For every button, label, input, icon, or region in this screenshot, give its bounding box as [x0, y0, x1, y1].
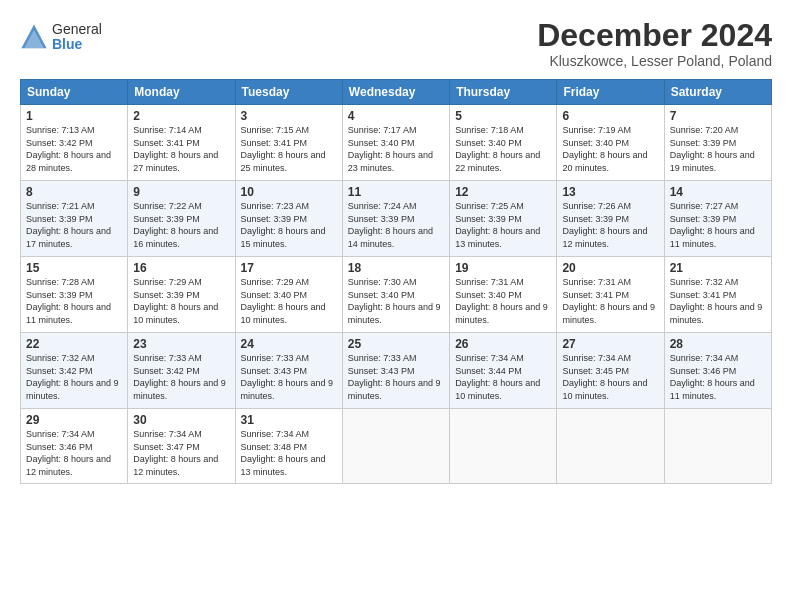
week-row-2: 8Sunrise: 7:21 AMSunset: 3:39 PMDaylight…	[21, 181, 772, 257]
day-info: Sunrise: 7:13 AMSunset: 3:42 PMDaylight:…	[26, 125, 111, 173]
week-row-5: 29Sunrise: 7:34 AMSunset: 3:46 PMDayligh…	[21, 409, 772, 483]
day-cell-7: 7Sunrise: 7:20 AMSunset: 3:39 PMDaylight…	[664, 105, 771, 181]
empty-cell	[342, 409, 449, 483]
day-info: Sunrise: 7:25 AMSunset: 3:39 PMDaylight:…	[455, 201, 540, 249]
day-cell-14: 14Sunrise: 7:27 AMSunset: 3:39 PMDayligh…	[664, 181, 771, 257]
day-info: Sunrise: 7:31 AMSunset: 3:41 PMDaylight:…	[562, 277, 655, 325]
logo: General Blue	[20, 22, 102, 53]
day-info: Sunrise: 7:32 AMSunset: 3:41 PMDaylight:…	[670, 277, 763, 325]
day-cell-13: 13Sunrise: 7:26 AMSunset: 3:39 PMDayligh…	[557, 181, 664, 257]
day-number: 28	[670, 337, 766, 351]
day-cell-28: 28Sunrise: 7:34 AMSunset: 3:46 PMDayligh…	[664, 333, 771, 409]
day-number: 9	[133, 185, 229, 199]
day-info: Sunrise: 7:14 AMSunset: 3:41 PMDaylight:…	[133, 125, 218, 173]
day-cell-12: 12Sunrise: 7:25 AMSunset: 3:39 PMDayligh…	[450, 181, 557, 257]
day-info: Sunrise: 7:20 AMSunset: 3:39 PMDaylight:…	[670, 125, 755, 173]
day-number: 24	[241, 337, 337, 351]
day-number: 1	[26, 109, 122, 123]
day-info: Sunrise: 7:34 AMSunset: 3:46 PMDaylight:…	[670, 353, 755, 401]
day-info: Sunrise: 7:31 AMSunset: 3:40 PMDaylight:…	[455, 277, 548, 325]
day-number: 5	[455, 109, 551, 123]
day-info: Sunrise: 7:28 AMSunset: 3:39 PMDaylight:…	[26, 277, 111, 325]
day-info: Sunrise: 7:30 AMSunset: 3:40 PMDaylight:…	[348, 277, 441, 325]
day-cell-11: 11Sunrise: 7:24 AMSunset: 3:39 PMDayligh…	[342, 181, 449, 257]
day-number: 12	[455, 185, 551, 199]
day-info: Sunrise: 7:34 AMSunset: 3:44 PMDaylight:…	[455, 353, 540, 401]
week-row-1: 1Sunrise: 7:13 AMSunset: 3:42 PMDaylight…	[21, 105, 772, 181]
day-info: Sunrise: 7:15 AMSunset: 3:41 PMDaylight:…	[241, 125, 326, 173]
day-info: Sunrise: 7:33 AMSunset: 3:43 PMDaylight:…	[348, 353, 441, 401]
header-monday: Monday	[128, 80, 235, 105]
day-info: Sunrise: 7:29 AMSunset: 3:40 PMDaylight:…	[241, 277, 326, 325]
day-number: 6	[562, 109, 658, 123]
day-cell-26: 26Sunrise: 7:34 AMSunset: 3:44 PMDayligh…	[450, 333, 557, 409]
day-info: Sunrise: 7:26 AMSunset: 3:39 PMDaylight:…	[562, 201, 647, 249]
day-cell-29: 29Sunrise: 7:34 AMSunset: 3:46 PMDayligh…	[21, 409, 128, 483]
day-info: Sunrise: 7:34 AMSunset: 3:48 PMDaylight:…	[241, 429, 326, 477]
day-number: 16	[133, 261, 229, 275]
header-tuesday: Tuesday	[235, 80, 342, 105]
logo-text: General Blue	[52, 22, 102, 53]
day-cell-3: 3Sunrise: 7:15 AMSunset: 3:41 PMDaylight…	[235, 105, 342, 181]
empty-cell	[450, 409, 557, 483]
day-cell-16: 16Sunrise: 7:29 AMSunset: 3:39 PMDayligh…	[128, 257, 235, 333]
day-number: 11	[348, 185, 444, 199]
day-number: 14	[670, 185, 766, 199]
day-info: Sunrise: 7:27 AMSunset: 3:39 PMDaylight:…	[670, 201, 755, 249]
day-cell-9: 9Sunrise: 7:22 AMSunset: 3:39 PMDaylight…	[128, 181, 235, 257]
header-thursday: Thursday	[450, 80, 557, 105]
header: General Blue December 2024 Kluszkowce, L…	[20, 18, 772, 69]
day-cell-20: 20Sunrise: 7:31 AMSunset: 3:41 PMDayligh…	[557, 257, 664, 333]
day-cell-24: 24Sunrise: 7:33 AMSunset: 3:43 PMDayligh…	[235, 333, 342, 409]
header-friday: Friday	[557, 80, 664, 105]
day-number: 30	[133, 413, 229, 427]
day-number: 19	[455, 261, 551, 275]
day-cell-17: 17Sunrise: 7:29 AMSunset: 3:40 PMDayligh…	[235, 257, 342, 333]
day-info: Sunrise: 7:19 AMSunset: 3:40 PMDaylight:…	[562, 125, 647, 173]
day-info: Sunrise: 7:29 AMSunset: 3:39 PMDaylight:…	[133, 277, 218, 325]
day-cell-10: 10Sunrise: 7:23 AMSunset: 3:39 PMDayligh…	[235, 181, 342, 257]
day-info: Sunrise: 7:18 AMSunset: 3:40 PMDaylight:…	[455, 125, 540, 173]
empty-cell	[664, 409, 771, 483]
day-number: 20	[562, 261, 658, 275]
month-title: December 2024	[537, 18, 772, 53]
day-info: Sunrise: 7:21 AMSunset: 3:39 PMDaylight:…	[26, 201, 111, 249]
logo-blue-text: Blue	[52, 37, 102, 52]
day-info: Sunrise: 7:32 AMSunset: 3:42 PMDaylight:…	[26, 353, 119, 401]
day-cell-21: 21Sunrise: 7:32 AMSunset: 3:41 PMDayligh…	[664, 257, 771, 333]
day-number: 2	[133, 109, 229, 123]
empty-cell	[557, 409, 664, 483]
day-number: 21	[670, 261, 766, 275]
day-cell-23: 23Sunrise: 7:33 AMSunset: 3:42 PMDayligh…	[128, 333, 235, 409]
day-cell-30: 30Sunrise: 7:34 AMSunset: 3:47 PMDayligh…	[128, 409, 235, 483]
calendar-table: SundayMondayTuesdayWednesdayThursdayFrid…	[20, 79, 772, 483]
day-number: 25	[348, 337, 444, 351]
day-number: 31	[241, 413, 337, 427]
day-info: Sunrise: 7:34 AMSunset: 3:46 PMDaylight:…	[26, 429, 111, 477]
day-info: Sunrise: 7:34 AMSunset: 3:47 PMDaylight:…	[133, 429, 218, 477]
day-cell-15: 15Sunrise: 7:28 AMSunset: 3:39 PMDayligh…	[21, 257, 128, 333]
logo-general-text: General	[52, 22, 102, 37]
day-number: 3	[241, 109, 337, 123]
title-block: December 2024 Kluszkowce, Lesser Poland,…	[537, 18, 772, 69]
calendar-page: General Blue December 2024 Kluszkowce, L…	[0, 0, 792, 494]
day-number: 23	[133, 337, 229, 351]
day-number: 10	[241, 185, 337, 199]
day-info: Sunrise: 7:23 AMSunset: 3:39 PMDaylight:…	[241, 201, 326, 249]
day-cell-18: 18Sunrise: 7:30 AMSunset: 3:40 PMDayligh…	[342, 257, 449, 333]
day-headers-row: SundayMondayTuesdayWednesdayThursdayFrid…	[21, 80, 772, 105]
day-info: Sunrise: 7:17 AMSunset: 3:40 PMDaylight:…	[348, 125, 433, 173]
location: Kluszkowce, Lesser Poland, Poland	[537, 53, 772, 69]
day-info: Sunrise: 7:22 AMSunset: 3:39 PMDaylight:…	[133, 201, 218, 249]
day-number: 27	[562, 337, 658, 351]
header-sunday: Sunday	[21, 80, 128, 105]
day-number: 4	[348, 109, 444, 123]
day-cell-19: 19Sunrise: 7:31 AMSunset: 3:40 PMDayligh…	[450, 257, 557, 333]
week-row-4: 22Sunrise: 7:32 AMSunset: 3:42 PMDayligh…	[21, 333, 772, 409]
day-number: 15	[26, 261, 122, 275]
day-cell-8: 8Sunrise: 7:21 AMSunset: 3:39 PMDaylight…	[21, 181, 128, 257]
day-cell-27: 27Sunrise: 7:34 AMSunset: 3:45 PMDayligh…	[557, 333, 664, 409]
logo-icon	[20, 23, 48, 51]
day-number: 22	[26, 337, 122, 351]
day-number: 13	[562, 185, 658, 199]
